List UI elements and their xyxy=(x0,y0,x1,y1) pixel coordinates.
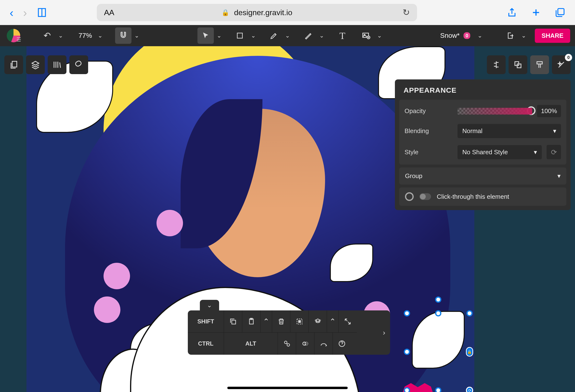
selection-lock-icon[interactable]: 🔒 xyxy=(466,347,473,357)
pointer-dropdown[interactable]: ⌄ xyxy=(214,27,224,44)
svg-rect-1 xyxy=(237,33,242,38)
tabs-icon[interactable] xyxy=(555,7,565,18)
new-tab-icon[interactable] xyxy=(531,7,541,18)
selection-handle[interactable] xyxy=(404,310,410,316)
style-refresh-button[interactable]: ⟳ xyxy=(547,145,561,159)
toolbar-collapse-button[interactable]: ⌄ xyxy=(200,300,219,310)
text-tool[interactable]: T xyxy=(334,27,351,44)
browser-chrome: ‹ › AA 🔒 designer.gravit.io ↻ xyxy=(0,0,575,25)
menu-icon[interactable]: ☰ xyxy=(16,37,21,43)
shape-tool[interactable] xyxy=(232,27,248,44)
knife-dropdown[interactable]: ⌄ xyxy=(316,27,327,44)
selection-handle[interactable] xyxy=(435,310,441,316)
document-name[interactable]: Snow* xyxy=(440,32,460,40)
svg-point-13 xyxy=(284,341,287,344)
group-button[interactable] xyxy=(278,333,296,355)
zoom-value[interactable]: 77% xyxy=(76,32,95,40)
snap-dropdown[interactable]: ⌄ xyxy=(131,27,142,44)
selection-handle[interactable] xyxy=(404,387,410,392)
transform-panel-button[interactable] xyxy=(508,55,527,74)
pen-tool[interactable] xyxy=(266,27,282,44)
symbols-panel-button[interactable] xyxy=(69,55,88,74)
paste-dropdown[interactable]: ⌃ xyxy=(261,310,272,333)
help-button[interactable] xyxy=(333,333,351,355)
paste-button[interactable] xyxy=(242,310,261,333)
address-bar[interactable]: AA 🔒 designer.gravit.io ↻ xyxy=(97,4,417,21)
copy-button[interactable] xyxy=(224,310,242,333)
blending-select[interactable]: Normal ▾ xyxy=(457,124,561,138)
path-button[interactable] xyxy=(314,333,333,355)
opacity-slider[interactable] xyxy=(457,108,532,115)
text-size-icon[interactable]: AA xyxy=(104,8,114,17)
left-panels xyxy=(4,55,88,74)
style-label: Style xyxy=(405,148,453,156)
appearance-panel: APPEARANCE Opacity 100% Blending Normal … xyxy=(395,79,571,210)
selection-bounds[interactable]: 🔒 ⟳ xyxy=(407,313,470,390)
expand-button[interactable] xyxy=(338,310,357,333)
alt-key[interactable]: ALT xyxy=(224,333,278,355)
mask-button[interactable] xyxy=(296,333,314,355)
blending-row: Blending Normal ▾ xyxy=(399,120,566,141)
url-text: designer.gravit.io xyxy=(234,8,292,17)
share-button[interactable]: SHARE xyxy=(535,29,570,43)
select-all-button[interactable] xyxy=(290,310,309,333)
image-tool[interactable] xyxy=(358,27,374,44)
knife-tool[interactable] xyxy=(300,27,316,44)
doc-dropdown[interactable]: ⌄ xyxy=(475,27,485,44)
libraries-panel-button[interactable] xyxy=(48,55,67,74)
snap-button[interactable] xyxy=(115,27,131,44)
lock-icon: 🔒 xyxy=(221,9,229,16)
undo-dropdown[interactable]: ⌄ xyxy=(55,27,66,44)
image-dropdown[interactable]: ⌄ xyxy=(374,27,385,44)
back-button[interactable]: ‹ xyxy=(10,6,13,19)
right-panels: 0 xyxy=(487,55,571,74)
pointer-tool[interactable] xyxy=(197,27,214,44)
export-button[interactable] xyxy=(502,27,518,44)
ctrl-key[interactable]: CTRL xyxy=(188,333,224,355)
app-logo[interactable]: ☰ xyxy=(5,27,22,44)
forward-button[interactable]: › xyxy=(23,6,27,19)
flower-shape xyxy=(94,297,120,323)
effects-panel-button[interactable]: 0 xyxy=(552,55,571,74)
zoom-dropdown[interactable]: ⌄ xyxy=(95,27,105,44)
blending-label: Blending xyxy=(405,127,453,135)
align-panel-button[interactable] xyxy=(487,55,506,74)
clickthrough-toggle[interactable] xyxy=(419,193,431,200)
arrange-dropdown[interactable]: ⌃ xyxy=(327,310,338,333)
export-dropdown[interactable]: ⌄ xyxy=(518,27,529,44)
share-icon[interactable] xyxy=(507,7,517,18)
shift-key[interactable]: SHIFT xyxy=(188,310,224,333)
svg-rect-0 xyxy=(558,9,564,15)
appearance-panel-button[interactable] xyxy=(530,55,549,74)
arrange-button[interactable] xyxy=(309,310,327,333)
group-select[interactable]: Group ▾ xyxy=(399,167,566,184)
opacity-row: Opacity 100% xyxy=(399,102,566,120)
selection-handle[interactable] xyxy=(435,297,441,303)
svg-rect-12 xyxy=(299,321,301,323)
toolbar-expand-button[interactable]: › xyxy=(378,310,390,355)
reload-icon[interactable]: ↻ xyxy=(403,7,410,18)
selection-rotate-handle[interactable]: ⟳ xyxy=(466,387,473,392)
svg-rect-8 xyxy=(232,320,236,324)
pages-panel-button[interactable] xyxy=(4,55,23,74)
floating-toolbar: ⌄ SHIFT ⌃ ⌃ xyxy=(188,310,390,355)
blending-value: Normal xyxy=(462,127,482,135)
selection-handle[interactable] xyxy=(404,349,410,355)
undo-button[interactable]: ↶ xyxy=(39,27,55,44)
opacity-value[interactable]: 100% xyxy=(537,105,561,117)
style-select[interactable]: No Shared Style ▾ xyxy=(457,145,542,159)
shape-dropdown[interactable]: ⌄ xyxy=(248,27,259,44)
flower-shape xyxy=(157,210,183,236)
selection-handle[interactable] xyxy=(435,387,441,392)
layers-panel-button[interactable] xyxy=(26,55,45,74)
style-row: Style No Shared Style ▾ ⟳ xyxy=(399,141,566,163)
notification-badge[interactable]: 0 xyxy=(463,32,470,39)
opacity-thumb[interactable] xyxy=(527,106,535,115)
selection-handle[interactable] xyxy=(466,310,473,316)
pen-dropdown[interactable]: ⌄ xyxy=(282,27,293,44)
delete-button[interactable] xyxy=(272,310,290,333)
clickthrough-row[interactable]: Click-through this element xyxy=(399,187,566,206)
app-toolbar: ☰ ↶ ⌄ 77% ⌄ ⌄ ⌄ ⌄ ⌄ ⌄ T xyxy=(0,25,575,46)
bookmarks-icon[interactable] xyxy=(37,7,47,18)
home-indicator[interactable] xyxy=(227,387,348,389)
